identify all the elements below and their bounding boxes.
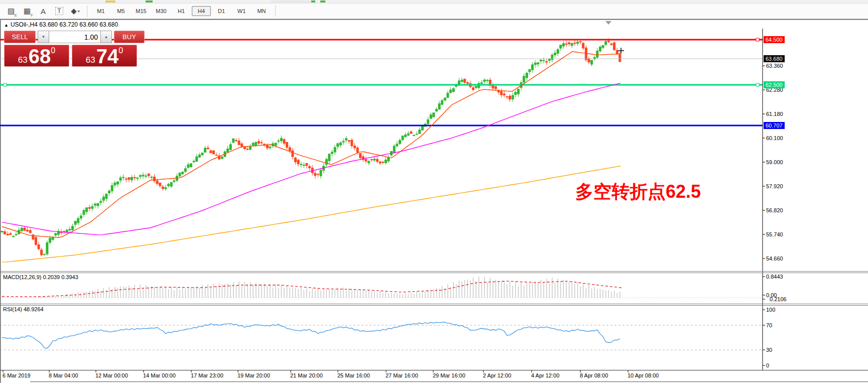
price-level-badge: 60.707 — [764, 122, 785, 129]
rsi-axis-label: 70 — [766, 322, 772, 328]
line-drag-handle[interactable] — [756, 83, 759, 86]
collapse-triangle-icon[interactable]: ▲ — [4, 23, 9, 28]
time-axis-label: 4 Apr 12:00 — [531, 372, 559, 378]
sell-button[interactable]: SELL — [4, 31, 36, 43]
line-drag-handle[interactable] — [756, 38, 759, 41]
pivot-line[interactable] — [0, 83, 763, 86]
price-level-badge: 62.500 — [764, 81, 785, 88]
time-axis-label: 27 Mar 16:00 — [386, 372, 418, 378]
trade-controls-row: SELL ▼ ▲ BUY — [4, 31, 145, 43]
trade-price-tiles: 63680 63740 — [4, 45, 145, 67]
up-arrow-icon: ▲ — [104, 35, 108, 39]
volume-spinner: ▼ ▲ — [38, 31, 112, 43]
chart-symbol-header: ▲USOil-,H4 63.680 63.720 63.660 63.680 — [4, 21, 121, 28]
time-axis-label: 2 Apr 12:00 — [483, 372, 511, 378]
rsi-axis-label: 100 — [766, 307, 775, 313]
sell-price-main: 68 — [29, 47, 51, 65]
one-click-trading-panel: SELL ▼ ▲ BUY 63680 63740 — [4, 31, 145, 67]
time-axis-label: 8 Apr 08:00 — [580, 372, 608, 378]
time-axis-label: 19 Mar 20:00 — [237, 372, 270, 378]
time-axis-label: 10 Apr 08:00 — [628, 372, 659, 378]
price-axis-tick-label: 54.660 — [766, 256, 783, 262]
rsi-line — [2, 322, 620, 348]
buy-button[interactable]: BUY — [114, 31, 145, 43]
time-axis-label: 14 Mar 00:00 — [143, 372, 176, 378]
price-level-badge: 63.680 — [764, 55, 785, 62]
ma-slow-line — [2, 166, 621, 262]
symbol-ohlc-text: USOil-,H4 63.680 63.720 63.660 63.680 — [11, 21, 118, 28]
time-axis-label: 25 Mar 16:00 — [337, 372, 370, 378]
buy-price-pip: 0 — [118, 47, 123, 54]
time-axis-label: 17 Mar 23:00 — [191, 372, 223, 378]
time-axis-label: 29 Mar 16:00 — [433, 372, 465, 378]
line-drag-handle[interactable] — [4, 83, 7, 86]
rsi-axis-label: 30 — [766, 347, 772, 353]
volume-decrease-button[interactable]: ▼ — [38, 31, 49, 43]
price-axis-tick-label: 57.920 — [766, 183, 783, 189]
price-axis-tick-label: 56.820 — [766, 207, 783, 213]
buy-price-tile[interactable]: 63740 — [72, 45, 137, 67]
rsi-axis-label: 0 — [766, 362, 769, 368]
price-axis-tick-label: 63.360 — [766, 63, 783, 69]
price-axis-tick-label: 55.740 — [766, 231, 783, 237]
volume-input[interactable] — [49, 31, 100, 43]
sell-price-tile[interactable]: 63680 — [4, 45, 69, 67]
sell-price-pip: 0 — [51, 47, 55, 54]
candlestick-series — [1, 38, 621, 257]
time-axis-label: 21 Mar 20:00 — [290, 372, 323, 378]
time-axis-label: 6 Mar 2019 — [3, 372, 31, 378]
moving-average-lines — [2, 52, 621, 262]
buy-price-handle: 63 — [86, 55, 95, 65]
time-axis-label: 8 Mar 04:00 — [49, 372, 78, 378]
macd-indicator — [0, 277, 763, 298]
price-axis-tick-label: 60.100 — [766, 135, 783, 141]
macd-axis-label: 0.8443 — [766, 274, 783, 280]
ma-fast-line — [2, 52, 621, 237]
chart-text-annotation: 多空转折点62.5 — [575, 180, 701, 204]
down-arrow-icon: ▼ — [41, 35, 45, 39]
buy-price-main: 74 — [96, 47, 119, 65]
price-level-badge: 64.500 — [764, 36, 785, 43]
price-axis-tick-label: 61.180 — [766, 111, 783, 117]
panel-borders-and-ticks — [0, 29, 868, 382]
sell-price-handle: 63 — [18, 55, 28, 65]
rsi-indicator-label: RSI(14) 48.9264 — [3, 306, 44, 312]
time-axis-label: 12 Mar 00:00 — [95, 372, 128, 378]
volume-increase-button[interactable]: ▲ — [100, 31, 112, 43]
rsi-indicator — [0, 322, 763, 350]
macd-indicator-label: MACD(12,26,9) 0.2039 0.3943 — [3, 274, 78, 280]
price-axis-tick-label: 59.000 — [766, 159, 783, 165]
macd-axis-label: 0.2106 — [770, 296, 787, 302]
chart-shift-marker-icon[interactable] — [605, 21, 611, 25]
